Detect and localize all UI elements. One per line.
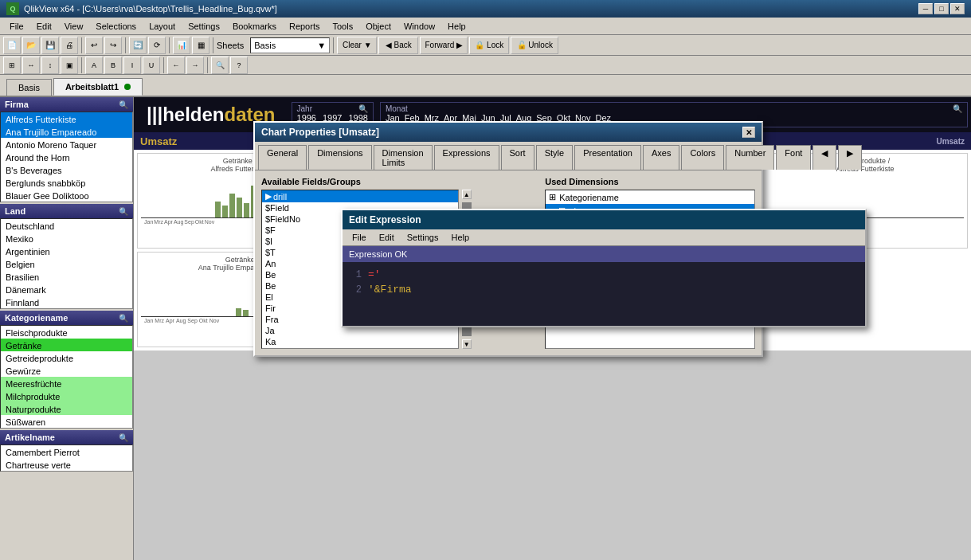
tab-style[interactable]: Style [536,145,573,170]
back-button[interactable]: ◀ Back [378,37,418,54]
field-item[interactable]: Ku [262,347,458,349]
tab-colors[interactable]: Colors [681,145,724,170]
tb2-btn-7[interactable]: I [123,57,141,74]
tb2-btn-12[interactable]: ? [230,57,248,74]
list-item[interactable]: Gewürze [1,364,132,377]
tab-arbeitsblatt[interactable]: Arbeitsblatt1 [53,78,143,96]
list-item[interactable]: Getränke [1,339,132,351]
list-item[interactable]: Belgien [1,257,132,270]
firma-search-icon[interactable]: 🔍 [119,100,128,109]
list-item[interactable]: Chartreuse verte [1,458,132,471]
reload-button[interactable]: 🔄 [129,37,147,54]
list-item[interactable]: Berglunds snabbköp [1,176,132,189]
menu-settings[interactable]: Settings [182,20,226,33]
add-chart-button[interactable]: 📊 [173,37,190,54]
expr-menu-help[interactable]: Help [444,231,476,244]
maximize-button[interactable]: □ [934,3,949,14]
tab-expressions[interactable]: Expressions [434,145,499,170]
tb2-btn-1[interactable]: ⊞ [3,57,21,74]
scroll-up-btn[interactable]: ▲ [462,190,472,199]
menu-view[interactable]: View [58,20,90,33]
tab-number[interactable]: Number [726,145,774,170]
menu-selections[interactable]: Selections [89,20,143,33]
land-search-icon[interactable]: 🔍 [119,207,128,216]
unlock-button[interactable]: 🔓 Unlock [511,37,558,54]
list-item[interactable]: Argentinien [1,245,132,257]
expression-editor[interactable]: 1 =' 2 '&Firma [343,262,865,326]
list-item[interactable]: Finnland [1,296,132,308]
tab-axes[interactable]: Axes [643,145,679,170]
menu-object[interactable]: Object [359,20,397,33]
tb2-btn-3[interactable]: ↕ [41,57,59,74]
minimize-button[interactable]: ─ [918,3,933,14]
tab-general[interactable]: General [258,145,307,170]
expr-menu-file[interactable]: File [346,231,373,244]
menu-edit[interactable]: Edit [30,20,58,33]
list-item[interactable]: Camembert Pierrot [1,445,132,458]
monat-search-icon[interactable]: 🔍 [953,104,962,113]
list-item[interactable]: Dänemark [1,283,132,296]
tab-presentation[interactable]: Presentation [574,145,641,170]
list-item[interactable]: Ana Trujillo Empareado [1,125,132,138]
list-item[interactable]: Antonio Moreno Taquer [1,138,132,151]
list-item[interactable]: Getreideprodukte [1,351,132,364]
save-button[interactable]: 💾 [41,37,59,54]
list-item[interactable]: Meeresfrüchte [1,377,132,390]
next-tab-btn[interactable]: ▶ [838,145,862,170]
list-item[interactable]: Fleischprodukte [1,326,132,339]
new-button[interactable]: 📄 [3,37,21,54]
tab-dimensions[interactable]: Dimensions [308,145,371,170]
field-item[interactable]: ▶ drill [262,190,458,202]
undo-button[interactable]: ↩ [85,37,103,54]
menu-window[interactable]: Window [397,20,441,33]
sheets-dropdown[interactable]: Basis ▼ [250,37,330,53]
open-button[interactable]: 📂 [22,37,40,54]
list-item[interactable]: Milchprodukte [1,390,132,402]
partial-reload-button[interactable]: ⟳ [148,37,166,54]
tb2-btn-6[interactable]: B [104,57,122,74]
menu-layout[interactable]: Layout [143,20,182,33]
list-item[interactable]: Brasilien [1,270,132,283]
close-button[interactable]: ✕ [950,3,965,14]
tab-sort[interactable]: Sort [501,145,534,170]
field-item[interactable]: Ka [262,336,458,347]
redo-button[interactable]: ↪ [104,37,122,54]
list-item[interactable]: Deutschland [1,219,132,232]
tb2-btn-2[interactable]: ↔ [22,57,40,74]
menu-help[interactable]: Help [441,20,472,33]
tab-dimension-limits[interactable]: Dimension Limits [374,145,433,170]
expr-menu-edit[interactable]: Edit [373,231,401,244]
tb2-btn-9[interactable]: ← [167,57,185,74]
tb2-btn-5[interactable]: A [85,57,103,74]
jahr-search-icon[interactable]: 🔍 [358,104,368,113]
tab-font[interactable]: Font [776,145,811,170]
list-item[interactable]: Süßwaren [1,415,132,428]
artikel-search-icon[interactable]: 🔍 [119,433,128,442]
forward-button[interactable]: Forward ▶ [420,37,468,54]
list-item[interactable]: Around the Horn [1,151,132,163]
tb2-btn-4[interactable]: ▣ [61,57,78,74]
used-item[interactable]: ⊞ Kategoriename [546,190,754,204]
list-item[interactable]: Naturprodukte [1,402,132,415]
lock-button[interactable]: 🔒 Lock [469,37,509,54]
expr-menu-settings[interactable]: Settings [401,231,445,244]
list-item[interactable]: Mexiko [1,232,132,245]
tb2-btn-10[interactable]: → [186,57,204,74]
list-item[interactable]: Alfreds Futterkiste [1,112,132,125]
list-item[interactable]: B's Beverages [1,163,132,176]
dialog-close-button[interactable]: ✕ [742,127,755,138]
menu-bookmarks[interactable]: Bookmarks [226,20,283,33]
menu-file[interactable]: File [3,20,30,33]
tb2-btn-8[interactable]: U [143,57,160,74]
list-item[interactable]: Blauer Gee Doliktooo [1,189,132,202]
scroll-down-btn[interactable]: ▼ [462,339,472,349]
tb2-btn-11[interactable]: 🔍 [211,57,229,74]
clear-button[interactable]: Clear ▼ [337,37,377,54]
tab-basis[interactable]: Basis [6,79,52,96]
add-table-button[interactable]: ▦ [192,37,209,54]
kategorie-search-icon[interactable]: 🔍 [119,314,128,323]
menu-reports[interactable]: Reports [283,20,327,33]
prev-tab-btn[interactable]: ◀ [812,145,836,170]
menu-tools[interactable]: Tools [326,20,359,33]
print-button[interactable]: 🖨 [61,37,78,54]
